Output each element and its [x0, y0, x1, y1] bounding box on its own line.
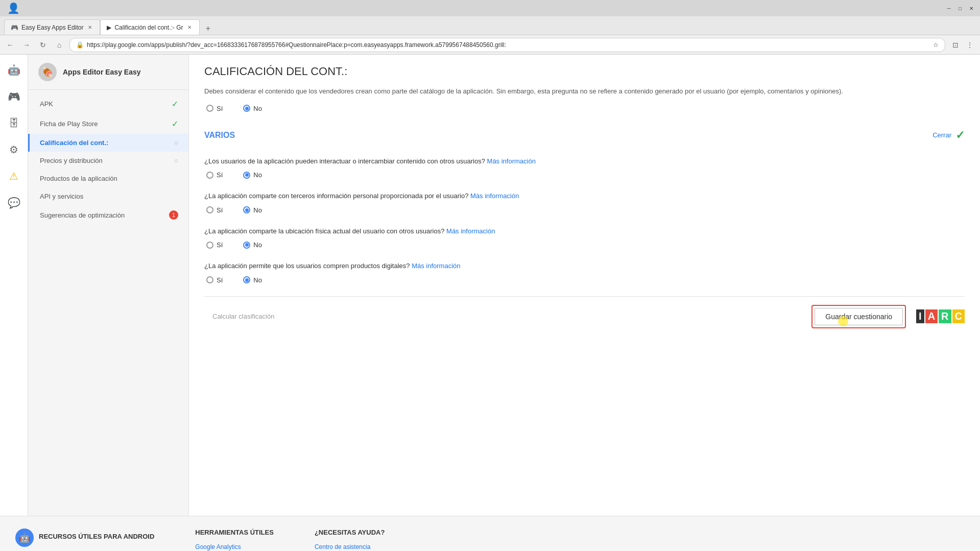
- footer-col-herramientas: HERRAMIENTAS ÚTILES Google Analytics AdM…: [195, 529, 274, 551]
- q1-radio-no[interactable]: No: [243, 171, 262, 179]
- sidebar-item-sugerencias[interactable]: Sugerencias de optimización 1: [28, 205, 188, 225]
- question-text-4: ¿La aplicación permite que los usuarios …: [204, 261, 965, 271]
- menu-icon[interactable]: ⋮: [964, 39, 976, 51]
- sidebar-item-calificacion[interactable]: Calificación del cont.: ○: [28, 134, 188, 152]
- top-radio-no[interactable]: No: [243, 105, 262, 112]
- game-nav-icon[interactable]: 🎮: [5, 87, 23, 106]
- q3-no-label: No: [253, 241, 262, 249]
- cerrar-link[interactable]: Cerrar: [933, 131, 951, 139]
- q4-no-label: No: [253, 276, 262, 284]
- q1-no-input[interactable]: [243, 172, 250, 179]
- app-avatar: 🍖: [38, 63, 57, 81]
- sidebar-right-apk: ✓: [172, 99, 178, 109]
- sidebar-label-sugerencias: Sugerencias de optimización: [40, 211, 125, 219]
- sidebar-right-precios: ○: [174, 157, 178, 164]
- bookmark-icon[interactable]: ☆: [933, 41, 939, 49]
- check-icon-ficha: ✓: [172, 119, 178, 129]
- url-bar[interactable]: 🔒 https://play.google.com/apps/publish/?…: [69, 38, 945, 52]
- section-title-varios: VARIOS: [204, 131, 235, 140]
- q2-no-input[interactable]: [243, 206, 250, 213]
- warning-nav-icon[interactable]: ⚠: [5, 167, 23, 185]
- calcular-button[interactable]: Calcular clasificación: [204, 308, 282, 324]
- top-radio-si-input[interactable]: [206, 105, 213, 112]
- q1-si-input[interactable]: [206, 172, 213, 179]
- question-text-3: ¿La aplicación comparte la ubicación fís…: [204, 226, 965, 236]
- q2-radio-si[interactable]: Sí: [206, 206, 223, 214]
- home-button[interactable]: ⌂: [53, 39, 65, 51]
- q3-si-input[interactable]: [206, 242, 213, 249]
- support-nav-icon[interactable]: 💬: [5, 194, 23, 212]
- sidebar-label-calificacion: Calificación del cont.:: [40, 139, 108, 147]
- sidebar-label-apk: APK: [40, 100, 53, 108]
- sidebar-item-api[interactable]: API y servicios: [28, 187, 188, 205]
- reload-button[interactable]: ↻: [37, 39, 49, 51]
- sidebar-app-name: Apps Editor Easy Easy: [63, 68, 141, 76]
- q3-radio-si[interactable]: Sí: [206, 241, 223, 249]
- q2-si-label: Sí: [217, 206, 223, 214]
- q3-mas-info[interactable]: Más información: [446, 227, 495, 235]
- sidebar-label-api: API y servicios: [40, 193, 83, 200]
- q4-radio-si[interactable]: Sí: [206, 276, 223, 284]
- sidebar-item-ficha[interactable]: Ficha de Play Store ✓: [28, 114, 188, 134]
- q3-radio-no[interactable]: No: [243, 241, 262, 249]
- footer-heading-recursos: RECURSOS ÚTILES PARA ANDROID: [39, 533, 154, 540]
- title-bar: 👤 ─ □ ✕: [0, 0, 980, 16]
- close-button[interactable]: ✕: [967, 4, 976, 13]
- q2-radio-group: Sí No: [206, 206, 965, 214]
- q4-radio-no[interactable]: No: [243, 276, 262, 284]
- left-icon-bar: 🤖 🎮 🗄 ⚙ ⚠ 💬: [0, 55, 28, 516]
- sidebar-item-productos[interactable]: Productos de la aplicación: [28, 170, 188, 187]
- maximize-button[interactable]: □: [955, 4, 965, 13]
- cerrar-group: Cerrar ✓: [933, 129, 965, 142]
- top-radio-si[interactable]: Sí: [206, 105, 223, 112]
- q1-radio-si[interactable]: Sí: [206, 171, 223, 179]
- sidebar-right-ficha: ✓: [172, 119, 178, 129]
- q3-no-input[interactable]: [243, 242, 250, 249]
- question-block-4: ¿La aplicación permite que los usuarios …: [204, 261, 965, 284]
- top-radio-no-input[interactable]: [243, 105, 250, 112]
- sidebar-right-sugerencias: 1: [169, 210, 178, 220]
- tab-apps-editor[interactable]: 🎮 Easy Easy Apps Editor ✕: [4, 19, 100, 35]
- footer-link-analytics[interactable]: Google Analytics: [195, 543, 274, 550]
- tab2-close[interactable]: ✕: [186, 24, 193, 31]
- sidebar-item-apk[interactable]: APK ✓: [28, 94, 188, 114]
- top-radio-group: Sí No: [206, 105, 965, 112]
- back-button[interactable]: ←: [4, 39, 16, 51]
- tab1-label: Easy Easy Apps Editor: [21, 24, 83, 31]
- main-layout: 🤖 🎮 🗄 ⚙ ⚠ 💬 🍖 Apps Editor Easy Easy APK …: [0, 55, 980, 516]
- address-bar: ← → ↻ ⌂ 🔒 https://play.google.com/apps/p…: [0, 35, 980, 54]
- settings-nav-icon[interactable]: ⚙: [5, 140, 23, 159]
- q4-mas-info[interactable]: Más información: [412, 262, 460, 270]
- footer-android-icon: 🤖 RECURSOS ÚTILES PARA ANDROID: [15, 529, 154, 547]
- forward-button[interactable]: →: [20, 39, 33, 51]
- q4-text: ¿La aplicación permite que los usuarios …: [204, 262, 410, 270]
- question-text-1: ¿Los usuarios de la aplicación pueden in…: [204, 156, 965, 166]
- iarc-a: A: [925, 309, 938, 323]
- profile-icon[interactable]: 👤: [4, 0, 22, 17]
- q1-mas-info[interactable]: Más información: [487, 157, 536, 165]
- database-nav-icon[interactable]: 🗄: [5, 114, 23, 132]
- top-no-label: No: [253, 105, 262, 112]
- q4-si-input[interactable]: [206, 276, 213, 283]
- sidebar-label-ficha: Ficha de Play Store: [40, 120, 98, 128]
- iarc-c: C: [952, 309, 965, 323]
- footer-link-centro[interactable]: Centro de asistencia: [315, 543, 422, 550]
- new-tab-button[interactable]: +: [202, 22, 214, 35]
- tab-calificacion[interactable]: ▶ Calificación del cont.:- Gr ✕: [100, 19, 200, 35]
- question-block-3: ¿La aplicación comparte la ubicación fís…: [204, 226, 965, 249]
- android-nav-icon[interactable]: 🤖: [5, 61, 23, 79]
- minimize-button[interactable]: ─: [944, 4, 953, 13]
- guardar-button[interactable]: Guardar cuestionario: [815, 308, 903, 325]
- q2-radio-no[interactable]: No: [243, 206, 262, 214]
- q1-no-label: No: [253, 171, 262, 179]
- sidebar-header: 🍖 Apps Editor Easy Easy: [28, 55, 188, 90]
- tab1-close[interactable]: ✕: [86, 24, 93, 31]
- cast-icon[interactable]: ⊡: [949, 39, 962, 51]
- q4-no-input[interactable]: [243, 276, 250, 283]
- q2-si-input[interactable]: [206, 206, 213, 213]
- sidebar-item-precios[interactable]: Precios y distribución ○: [28, 152, 188, 170]
- sidebar-nav: APK ✓ Ficha de Play Store ✓ Calificación…: [28, 90, 188, 229]
- question-text-2: ¿La aplicación comparte con terceros inf…: [204, 191, 965, 201]
- lock-icon: 🔒: [76, 41, 84, 49]
- q2-mas-info[interactable]: Más información: [470, 192, 519, 200]
